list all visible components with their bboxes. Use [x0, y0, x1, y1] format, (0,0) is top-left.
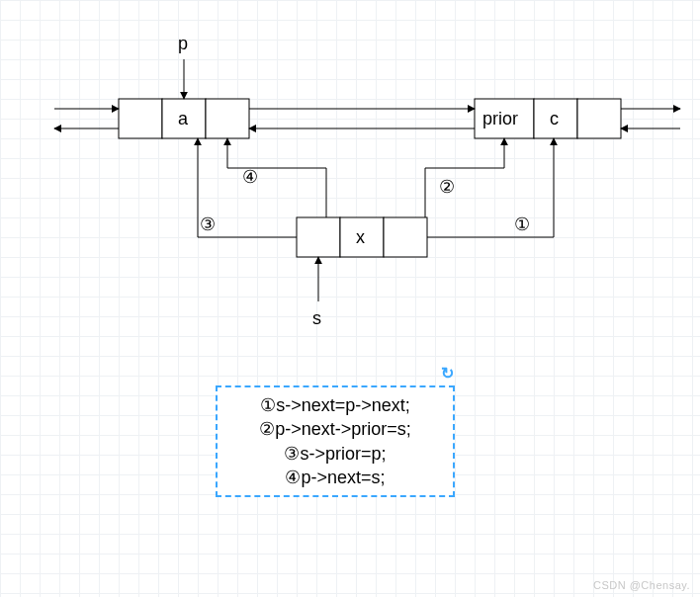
pointer-s-label: s — [312, 308, 321, 329]
diagram-canvas — [0, 0, 700, 597]
node-x-label: x — [356, 227, 365, 248]
pointer-p-label: p — [178, 34, 188, 54]
svg-rect-6 — [297, 217, 340, 257]
svg-rect-5 — [577, 99, 621, 138]
code-line-3: ③s->prior=p; — [231, 442, 439, 466]
code-line-4: ④p->next=s; — [231, 466, 439, 489]
svg-rect-0 — [119, 99, 162, 138]
step-4-marker: ④ — [242, 166, 258, 188]
watermark: CSDN @Chensay. — [593, 579, 690, 591]
step-1-marker: ① — [514, 213, 530, 235]
node-a-label: a — [178, 109, 188, 129]
step-3-marker: ③ — [200, 213, 216, 235]
refresh-icon[interactable]: ↻ — [441, 364, 454, 383]
node-c-label: c — [550, 109, 559, 129]
svg-rect-2 — [206, 99, 249, 138]
code-operations-box[interactable]: ①s->next=p->next; ②p->next->prior=s; ③s-… — [216, 385, 455, 497]
svg-rect-8 — [384, 217, 427, 257]
code-line-1: ①s->next=p->next; — [231, 393, 439, 417]
code-line-2: ②p->next->prior=s; — [231, 417, 439, 441]
node-c-prior-label: prior — [482, 109, 518, 129]
step-2-marker: ② — [439, 176, 455, 198]
